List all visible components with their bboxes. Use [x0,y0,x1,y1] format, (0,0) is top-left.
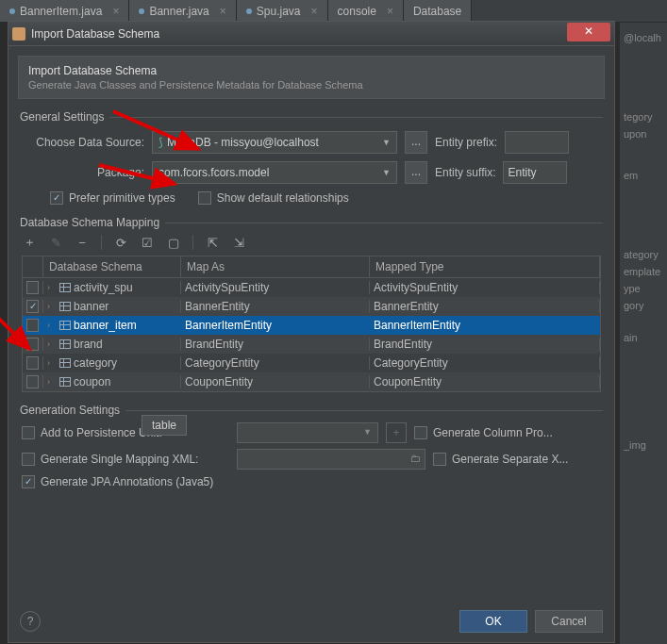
table-icon [59,339,71,349]
package-combo[interactable]: com.fcors.fcors.model▼ [152,161,397,184]
table-icon [59,358,71,368]
row-checkbox[interactable] [26,300,39,313]
tab-item[interactable]: Banner.java× [129,0,236,22]
xml-path-input[interactable]: 🗀 [237,449,425,470]
add-pu-button[interactable]: + [386,422,407,443]
section-general: General Settings [20,110,603,124]
collapse-icon[interactable]: ⇲ [231,235,246,250]
table-row[interactable]: ›bannerBannerEntityBannerEntity [23,297,600,316]
show-default-rel-check[interactable]: Show default relationships [198,191,349,205]
checkbox-icon [198,191,211,205]
table-row[interactable]: ›brandBrandEntityBrandEntity [23,335,600,354]
prefix-input[interactable] [505,131,569,154]
uncheck-all-icon[interactable]: ▢ [166,235,181,250]
refresh-icon[interactable]: ⟳ [113,235,128,250]
help-button[interactable]: ? [20,611,41,632]
table-icon [59,283,71,292]
remove-icon[interactable]: − [75,235,90,250]
section-mapping: Database Schema Mapping [20,216,603,229]
tab-item[interactable]: console× [328,0,404,22]
section-generation: Generation Settings [20,404,603,417]
expand-icon[interactable]: › [47,321,57,330]
checkbox-icon [50,191,63,205]
dialog-banner: Import Database Schema Generate Java Cla… [18,56,605,99]
mapping-toolbar: ＋ ✎ − ⟳ ☑ ▢ ⇱ ⇲ [22,235,601,250]
table-icon [59,302,71,311]
gen-sep-check[interactable]: Generate Separate X... [433,453,568,466]
table-row[interactable]: ›banner_itemBannerItemEntityBannerItemEn… [23,316,600,335]
suffix-input[interactable]: Entity [503,161,567,184]
table-icon [59,377,71,387]
expand-icon[interactable]: › [47,283,57,292]
add-pu-check[interactable]: Add to Persistence Unit: [22,426,229,439]
add-icon[interactable]: ＋ [22,235,37,250]
table-icon [59,321,71,330]
prefix-label: Entity prefix: [435,136,497,149]
schema-table: Database Schema Map As Mapped Type ›acti… [22,256,601,392]
edit-icon[interactable]: ✎ [48,235,63,250]
expand-icon[interactable]: › [47,339,57,349]
package-label: Package: [22,166,144,179]
import-schema-dialog: Import Database Schema ✕ Import Database… [8,21,615,643]
gen-jpa-check[interactable]: Generate JPA Annotations (Java5) [22,475,229,488]
table-row[interactable]: ›couponCouponEntityCouponEntity [23,372,600,391]
ok-button[interactable]: OK [459,610,527,633]
expand-icon[interactable]: › [47,302,57,311]
datasource-browse-button[interactable]: ... [405,131,427,154]
gen-single-check[interactable]: Generate Single Mapping XML: [22,453,229,466]
dialog-title: Import Database Schema [31,27,567,41]
expand-icon[interactable]: ⇱ [205,235,220,250]
col-mapas[interactable]: Map As [181,256,370,277]
expand-icon[interactable]: › [47,358,57,368]
editor-tabs: BannerItem.java× Banner.java× Spu.java× … [0,0,667,23]
table-row[interactable]: ›categoryCategoryEntityCategoryEntity [23,354,600,372]
table-header: Database Schema Map As Mapped Type [23,256,600,278]
dialog-icon [12,27,25,41]
pu-combo[interactable]: ▼ [237,422,378,443]
prefer-primitive-check[interactable]: Prefer primitive types [50,191,175,205]
banner-title: Import Database Schema [28,64,594,77]
tooltip: table [142,415,187,436]
tab-item[interactable]: Spu.java× [237,0,328,22]
package-browse-button[interactable]: ... [405,161,427,184]
gen-col-check[interactable]: Generate Column Pro... [414,426,553,439]
row-checkbox[interactable] [26,338,39,351]
banner-subtitle: Generate Java Classes and Persistence Me… [28,79,594,91]
cancel-button[interactable]: Cancel [535,610,603,633]
col-schema[interactable]: Database Schema [43,256,181,277]
check-all-icon[interactable]: ☑ [140,235,155,250]
datasource-label: Choose Data Source: [22,136,144,149]
tab-item[interactable]: Database [404,0,472,22]
close-button[interactable]: ✕ [567,23,610,41]
row-checkbox[interactable] [26,356,39,370]
tab-item[interactable]: BannerItem.java× [0,0,129,22]
folder-icon[interactable]: 🗀 [410,453,421,464]
background-sidebar: @localh tegoryupon em ategoryemplateypeg… [620,23,667,644]
row-checkbox[interactable] [26,281,39,294]
suffix-label: Entity suffix: [435,166,495,179]
row-checkbox[interactable] [26,375,39,388]
expand-icon[interactable]: › [47,377,57,387]
row-checkbox[interactable] [26,319,39,332]
datasource-combo[interactable]: ⟆ MariaDB - missyou@localhost▼ [152,131,397,154]
col-mapped[interactable]: Mapped Type [370,256,600,277]
table-row[interactable]: ›activity_spuActivitySpuEntityActivitySp… [23,278,600,297]
dialog-titlebar[interactable]: Import Database Schema ✕ [8,22,614,46]
